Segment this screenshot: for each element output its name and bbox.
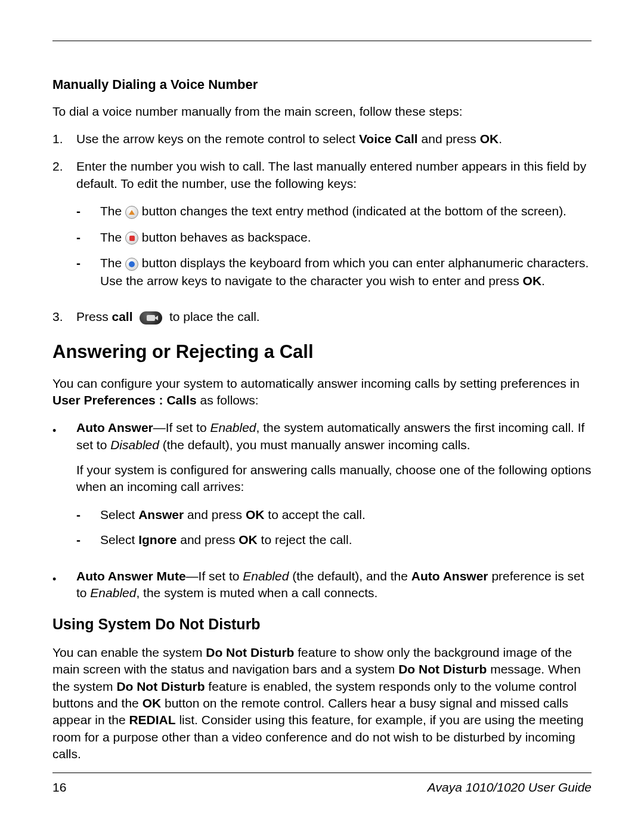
text-italic: Enabled — [210, 421, 256, 434]
header-rule — [52, 41, 592, 41]
footer-rule — [52, 773, 592, 773]
red-square-button-icon — [125, 228, 138, 245]
page-content: Manually Dialing a Voice Number To dial … — [52, 76, 592, 762]
orange-triangle-button-icon — [125, 202, 138, 219]
dash-bullet: - — [76, 506, 100, 523]
text-bold: Auto Answer — [411, 569, 488, 583]
text: Select — [100, 533, 138, 546]
text-bold: OK — [246, 508, 265, 521]
list-item-body: Select Answer and press OK to accept the… — [100, 506, 592, 523]
dash-bullet: - — [76, 203, 100, 221]
text: The — [100, 256, 125, 270]
manual-dial-steps: 1. Use the arrow keys on the remote cont… — [52, 131, 592, 326]
text-bold: Auto Answer Mute — [76, 569, 186, 583]
step-number: 2. — [52, 158, 76, 298]
text: to accept the call. — [264, 508, 365, 521]
text: button changes the text entry method (in… — [138, 204, 566, 218]
text: (the default), and the — [289, 569, 411, 583]
text-bold: Ignore — [138, 533, 177, 546]
list-item-body: Auto Answer Mute—If set to Enabled (the … — [76, 568, 592, 602]
text: Enter the number you wish to call. The l… — [76, 159, 586, 190]
heading-dnd: Using System Do Not Disturb — [52, 614, 592, 635]
text: and press — [418, 132, 480, 146]
text: to place the call. — [166, 310, 260, 323]
text: Select — [100, 508, 138, 521]
text: —If set to — [153, 421, 210, 434]
dash-bullet: - — [76, 229, 100, 247]
text: to reject the call. — [258, 533, 352, 546]
bullet-icon — [52, 419, 76, 557]
text-bold: Voice Call — [359, 132, 418, 146]
text-bold: OK — [143, 696, 162, 710]
text-bold: OK — [523, 274, 542, 288]
text-italic: Disabled — [110, 438, 159, 452]
text: The — [100, 230, 125, 244]
text: button displays the keyboard from which … — [100, 256, 589, 288]
list-item-body: The button behaves as backspace. — [100, 229, 592, 247]
answer-options-list: Auto Answer—If set to Enabled, the syste… — [52, 419, 592, 601]
text: and press — [177, 533, 239, 546]
dash-bullet: - — [76, 532, 100, 548]
list-item-body: The button changes the text entry method… — [100, 203, 592, 221]
text: . — [499, 132, 502, 146]
call-button-icon — [140, 308, 162, 325]
text-bold: Do Not Disturb — [398, 662, 487, 676]
text: The — [100, 204, 125, 218]
text: . — [541, 274, 545, 288]
intro-manual-dial: To dial a voice number manually from the… — [52, 103, 592, 120]
text: —If set to — [186, 569, 243, 583]
text-bold: Answer — [138, 508, 184, 521]
heading-answer-reject: Answering or Rejecting a Call — [52, 339, 592, 364]
text: as follows: — [197, 393, 259, 407]
manual-answer-options: - Select Answer and press OK to accept t… — [76, 506, 592, 549]
key-list: - The button changes the text entry meth… — [76, 203, 592, 289]
step-number: 1. — [52, 131, 76, 147]
document-title: Avaya 1010/1020 User Guide — [428, 780, 592, 795]
dash-bullet: - — [76, 255, 100, 289]
text-bold: Auto Answer — [76, 421, 153, 434]
text-bold: OK — [239, 533, 258, 546]
text-italic: Enabled — [90, 586, 136, 600]
paragraph-dnd: You can enable the system Do Not Disturb… — [52, 644, 592, 762]
intro-answer-reject: You can configure your system to automat… — [52, 375, 592, 409]
text-bold: Do Not Disturb — [116, 679, 205, 693]
text: and press — [184, 508, 246, 521]
step-body: Use the arrow keys on the remote control… — [76, 131, 592, 147]
text: Use the arrow keys on the remote control… — [76, 132, 359, 146]
text-bold: User Preferences : Calls — [52, 393, 197, 407]
text-bold: OK — [480, 132, 499, 146]
text: button behaves as backspace. — [138, 230, 311, 244]
page-number: 16 — [52, 780, 66, 795]
step-body: Press call to place the call. — [76, 308, 592, 326]
list-item-body: The button displays the keyboard from wh… — [100, 255, 592, 289]
text-italic: Enabled — [243, 569, 289, 583]
text: , the system is muted when a call connec… — [136, 586, 377, 600]
text-bold: Do Not Disturb — [206, 645, 294, 659]
text: Press — [76, 310, 112, 323]
step-body: Enter the number you wish to call. The l… — [76, 158, 592, 298]
page-footer: 16 Avaya 1010/1020 User Guide — [52, 773, 592, 795]
text: You can enable the system — [52, 645, 206, 659]
text-bold: call — [112, 310, 133, 323]
bullet-icon — [52, 568, 76, 602]
sub-paragraph: If your system is configured for answeri… — [76, 462, 592, 496]
blue-circle-button-icon — [125, 255, 138, 271]
text-bold: REDIAL — [129, 713, 175, 727]
text: You can configure your system to automat… — [52, 376, 580, 390]
heading-manual-dial: Manually Dialing a Voice Number — [52, 76, 592, 94]
step-number: 3. — [52, 308, 76, 326]
text: (the default), you must manually answer … — [159, 438, 470, 452]
list-item-body: Select Ignore and press OK to reject the… — [100, 532, 592, 548]
list-item-body: Auto Answer—If set to Enabled, the syste… — [76, 419, 592, 557]
